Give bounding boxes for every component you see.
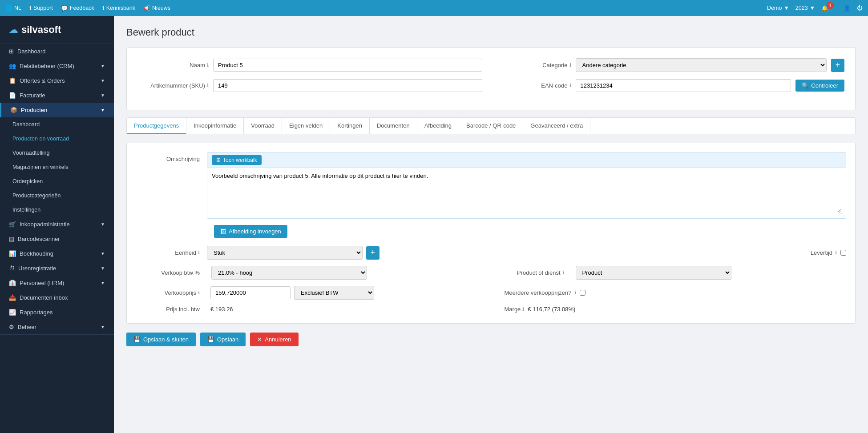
tab-inkoopinformatie[interactable]: Inkoopinformatie [186, 118, 244, 134]
tab-afbeelding[interactable]: Afbeelding [417, 118, 459, 134]
hrm-icon: 👔 [9, 280, 16, 286]
sidebar-item-producten-voorraad[interactable]: Producten en voorraad [0, 132, 114, 146]
verkoopprijs-row: Verkoopprijs ℹ Exclusief BTW Meerdere ve… [136, 286, 846, 300]
sidebar-item-boekhouding[interactable]: 📊 Boekhouding ▼ [0, 246, 114, 261]
meerdere-prijzen-group: Meerdere verkoopprijzen? ℹ [496, 289, 847, 296]
nav-left: 🌐 NL ℹ Support 💬 Feedback ℹ Kennisbank 📢… [5, 5, 759, 12]
lang-nl[interactable]: 🌐 NL [5, 5, 21, 12]
sidebar-item-orderpicken[interactable]: Orderpicken [0, 174, 114, 188]
save-button[interactable]: 💾 Opslaan [200, 333, 246, 346]
dashboard-icon: ⊞ [9, 48, 14, 55]
offertes-icon: 📋 [9, 77, 16, 84]
naam-input[interactable] [213, 59, 482, 72]
desc-editor: Voorbeeld omschrijving van product 5. Al… [207, 168, 846, 219]
tab-barcode[interactable]: Barcode / QR-code [459, 118, 523, 134]
marge-value: € 116,72 (73.08%) [528, 306, 575, 313]
power-icon[interactable]: ⏻ [857, 5, 863, 11]
marge-info-icon[interactable]: ℹ [522, 306, 524, 312]
tabs-bar: Productgegevens Inkoopinformatie Voorraa… [126, 117, 856, 134]
sku-info-icon[interactable]: ℹ [207, 83, 209, 88]
sidebar-item-inkoop[interactable]: 🛒 Inkoopadministratie ▼ [0, 217, 114, 232]
sku-input-wrapper [213, 79, 482, 92]
feedback-link[interactable]: 💬 Feedback [61, 5, 94, 12]
notification-bell[interactable]: 🔔 1 [821, 4, 837, 12]
sidebar-item-beheer[interactable]: ⚙ Beheer ▼ [0, 320, 114, 334]
naam-label: Naam ℹ [137, 62, 209, 68]
afbeelding-invoegen-button[interactable]: 🖼 Afbeelding invoegen [214, 225, 287, 238]
eenheid-add-button[interactable]: + [366, 246, 379, 260]
meerdere-prijzen-checkbox[interactable] [580, 290, 585, 296]
sku-input[interactable] [213, 79, 482, 92]
logo-icon: ☁ [9, 24, 18, 35]
tab-geavanceerd[interactable]: Geavanceerd / extra [523, 118, 590, 134]
product-dienst-label: Product of dienst ℹ [500, 269, 571, 276]
docs-icon: 📥 [9, 294, 16, 301]
sidebar-item-docs[interactable]: 📥 Documenten inbox [0, 290, 114, 305]
nav-right: Demo ▼ 2023 ▼ 🔔 1 👤 ⏻ [767, 4, 863, 12]
eenheid-info-icon[interactable]: ℹ [198, 250, 200, 256]
controleer-button[interactable]: 🔍 Controleer [795, 80, 844, 92]
categorie-info-icon[interactable]: ℹ [569, 62, 571, 68]
categorie-add-button[interactable]: + [831, 59, 844, 72]
sidebar-item-uren[interactable]: ⏱ Urenregistratie ▼ [0, 261, 114, 276]
sku-group: Artikelnummer (SKU) ℹ [137, 79, 482, 92]
kennisbank-icon: ℹ [102, 5, 105, 12]
excl-btw-select[interactable]: Exclusief BTW [294, 286, 374, 300]
sidebar-item-dashboard[interactable]: ⊞ Dashboard [0, 44, 114, 59]
levertijd-info-icon[interactable]: ℹ [835, 250, 837, 256]
tab-kortingen[interactable]: Kortingen [330, 118, 370, 134]
nieuws-link[interactable]: 📢 Nieuws [143, 5, 170, 12]
naam-group: Naam ℹ [137, 58, 482, 72]
main-layout: ☁ silvasoft ⊞ Dashboard 👥 Relatiebeheer … [0, 16, 868, 433]
tab-productgegevens[interactable]: Productgegevens [127, 118, 186, 134]
sidebar-item-crm[interactable]: 👥 Relatiebeheer (CRM) ▼ [0, 59, 114, 73]
product-dienst-select[interactable]: Product [576, 266, 731, 280]
tab-documenten[interactable]: Documenten [370, 118, 417, 134]
sidebar-item-facturatie[interactable]: 📄 Facturatie ▼ [0, 88, 114, 103]
sidebar-item-voorraadtelling[interactable]: Voorraadtelling [0, 146, 114, 160]
sidebar-item-magazijnen[interactable]: Magazijnen en winkels [0, 160, 114, 174]
meerdere-prijzen-info-icon[interactable]: ℹ [574, 290, 576, 296]
btw-select[interactable]: 21.0% - hoog [211, 266, 367, 280]
year-dropdown[interactable]: 2023 ▼ [795, 5, 815, 11]
top-fields-row1: Naam ℹ Categorie ℹ Andere categ [137, 58, 844, 72]
verkoopprijs-info-icon[interactable]: ℹ [198, 290, 200, 296]
ean-info-icon[interactable]: ℹ [569, 83, 571, 88]
cancel-button[interactable]: ✕ Annuleren [250, 333, 298, 346]
sidebar-item-productcategorieen[interactable]: Productcategorieën [0, 188, 114, 203]
verkoopprijs-input[interactable] [210, 286, 291, 299]
toon-werkbalk-button[interactable]: ⊞ Toon werkbalk [212, 155, 262, 165]
tab-eigen-velden[interactable]: Eigen velden [282, 118, 330, 134]
save-close-button[interactable]: 💾 Opslaan & sluiten [126, 333, 196, 346]
product-dienst-info-icon[interactable]: ℹ [562, 270, 564, 276]
kennisbank-link[interactable]: ℹ Kennisbank [102, 5, 135, 12]
sidebar-item-prod-dashboard[interactable]: Dashboard [0, 117, 114, 132]
desc-textarea[interactable]: Voorbeeld omschrijving van product 5. Al… [212, 172, 841, 212]
sidebar-item-producten[interactable]: 📦 Producten ▼ [0, 103, 114, 117]
sidebar-item-rapportages[interactable]: 📈 Rapportages [0, 305, 114, 320]
naam-info-icon[interactable]: ℹ [207, 62, 209, 68]
inkoop-caret-icon: ▼ [101, 222, 105, 227]
categorie-select[interactable]: Andere categorie [576, 58, 827, 72]
user-icon[interactable]: 👤 [844, 5, 851, 12]
ean-group: EAN-code ℹ 🔍 Controleer [500, 79, 845, 92]
sidebar-item-hrm[interactable]: 👔 Personeel (HRM) ▼ [0, 276, 114, 290]
ean-input[interactable] [576, 79, 791, 92]
omschrijving-label: Omschrijving [136, 152, 207, 219]
tab-voorraad[interactable]: Voorraad [244, 118, 282, 134]
sidebar-item-barcode[interactable]: ▤ Barcodescanner [0, 232, 114, 246]
crm-caret-icon: ▼ [101, 64, 105, 68]
support-link[interactable]: ℹ Support [29, 5, 53, 12]
ean-input-wrapper [576, 79, 791, 92]
beheer-icon: ⚙ [9, 324, 14, 330]
logo: ☁ silvasoft [0, 16, 114, 44]
levertijd-label: Levertijd ℹ [811, 249, 837, 256]
sidebar-item-instellingen[interactable]: Instellingen [0, 203, 114, 217]
levertijd-checkbox[interactable] [840, 250, 846, 256]
naam-input-wrapper [213, 59, 482, 72]
desc-toolbar: ⊞ Toon werkbalk [207, 152, 846, 168]
demo-dropdown[interactable]: Demo ▼ [767, 5, 789, 11]
eenheid-select[interactable]: Stuk [207, 246, 363, 260]
sidebar-item-offertes[interactable]: 📋 Offertes & Orders ▼ [0, 73, 114, 88]
crm-icon: 👥 [9, 63, 16, 69]
